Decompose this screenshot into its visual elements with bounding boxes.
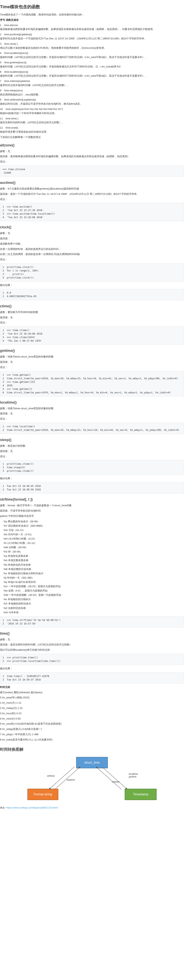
function-item: 6 time.localtime([secs]) 接收时间辍（1970纪元后经过… <box>0 70 184 78</box>
time-result: 1 time.time() - 1540285177.42978 2 Tue O… <box>0 672 184 684</box>
table-header: 序号 函数及描述 <box>0 18 184 22</box>
ctime-params: 参数：要转换为字符串时间的秒数 <box>0 310 184 314</box>
function-item: 1 time.altzone 返回格林威治西部的夏令时地区的偏移秒数。如果该地区… <box>0 23 184 32</box>
function-item: 5 time.gmtime([secs]) 接收时间辍（1970纪元后经过的浮点… <box>0 60 184 69</box>
attribute-item: 1 tm_mon(月) 1-12 <box>0 701 184 705</box>
altzone-return: 返回值：返回格林威治西部的夏令时地区的偏移秒数。如果该地区在格林威治东部会返回负… <box>0 154 184 159</box>
ctime-syntax-label: 语法： <box>0 321 184 325</box>
localtime-gmtime-label: localtime gmtime <box>129 773 138 778</box>
struct-time-box: struct_time <box>76 757 108 768</box>
time-attr-heading: 时间元组 <box>0 685 184 689</box>
function-item: 3 time.clock( ) 用以浮点数计算的秒数返回当前的CPU时间。用来衡… <box>0 42 184 50</box>
sleep-heading: sleep() <box>0 438 184 442</box>
clock-output-label: 输出结果： <box>0 283 184 287</box>
altzone-heading: altzone() <box>0 143 184 147</box>
format-symbol-item: %% %号本身 <box>3 610 184 615</box>
sleep-output-label: 输出结果： <box>0 476 184 480</box>
format-symbol-item: %m 月份（01-12） <box>3 528 184 532</box>
gmtime-syntax-label: 语法： <box>0 365 184 369</box>
asctime-params: 参数：9个元素的元组或者通过函数gmtime()或localtime()返回的时… <box>0 187 184 191</box>
locatime-code: 1 >>> time.localtime() 2 time.struct_tim… <box>0 423 184 434</box>
strftime-params: 参数：format --格式字符串 t --可选的参数是一个struct_tim… <box>0 504 184 508</box>
format-symbol-item: %j 年内的一天（001-366） <box>3 576 184 580</box>
format-symbol-item: %d 月内中的一天（0-31） <box>3 532 184 537</box>
format-symbol-item: %A 本地完整星期名称 <box>3 558 184 563</box>
sleep-return: 返回值：无 <box>0 449 184 453</box>
altzone-params: 参数：无 <box>0 150 184 153</box>
clock-params: 参数：无 <box>0 231 184 235</box>
format-symbol-item: %x 本地相应的日期表示 <box>3 597 184 601</box>
format-symbol-item: %c 本地相应的日期表示和时间表示 <box>3 571 184 576</box>
clock-heading: clock() <box>0 225 184 229</box>
format-symbol-list: %y 两位数的年份表示（00-99）%Y 四位数的年份表示（000-9999）%… <box>0 519 184 615</box>
format-symbol-item: %p 本地A.M.或P.M.的等价符 <box>3 580 184 584</box>
time-code: 1 >>> print(time.time()) 2 >>> print(tim… <box>0 654 184 665</box>
format-string-box: Format string <box>27 789 58 800</box>
asctime-heading: asctime() <box>0 181 184 185</box>
function-item: 9 time.strftime(fmt[,tupletime]) 接收以时间元组… <box>0 98 184 106</box>
format-symbol-item: %M 分钟数（00-59） <box>3 545 184 550</box>
svg-line-1 <box>55 767 80 789</box>
function-item: 4 time.localtime([secs]) 接收时间辍（1970纪元后经过… <box>0 51 184 59</box>
source-link[interactable]: <https://www.cnblogs.com/tkqasn/p/600113… <box>5 807 58 809</box>
format-symbol-item: %y 两位数的年份表示（00-99） <box>3 519 184 524</box>
function-item: 10 time.strptime(str,fmt='%a %b %d %H:%M… <box>0 107 184 115</box>
sleep-syntax-label: 语法： <box>0 455 184 459</box>
clock-output: 1 0.0 2 0.000723820027761e-05 <box>0 289 184 300</box>
attribute-item: 4 tm_min(分) 0-59 <box>0 717 184 721</box>
format-symbol-item: %S 秒（00-59） <box>3 550 184 554</box>
clock-return: 返回值： <box>0 237 184 241</box>
format-symbol-item: %B 本地完整的月份名称 <box>3 567 184 571</box>
svg-line-3 <box>96 767 121 789</box>
gmtime-params: 参数：转换为time.struct_time类型的对象的秒数 <box>0 355 184 359</box>
attribute-item: 2 tm_mday(日) 1-31 <box>0 706 184 710</box>
clock-syntax-label: 语法： <box>0 258 184 262</box>
function-item: 11 time.time( ) 返回当前时间的时间戳（1970纪元后经过的浮点秒… <box>0 117 184 125</box>
strftime-label: strftime <box>47 775 55 777</box>
attribute-item: 3 tm_hour(时) 0-23 <box>0 711 184 716</box>
locatime-syntax-label: 语法： <box>0 417 184 421</box>
locatime-params: 参数：转换为time.struct_time类型的对象的秒数 <box>0 407 184 410</box>
intro-text: Time模块包含了一下内置的函数，既有时间处理的，也有转换时间格式的： <box>0 13 184 17</box>
format-symbol-item: %Y 四位数的年份表示（000-9999） <box>3 524 184 528</box>
attribute-item: 7 tm_yday(一年中的第几天) 1-366 <box>0 732 184 737</box>
sub-intro: 下面我们分别解释每一个函数的用法 <box>0 135 184 139</box>
function-item: 12 time.tzset() 根据环境变量TZ重新初始化时间相关设置。 <box>0 126 184 134</box>
source-line: 来自 <https://www.cnblogs.com/tkqasn/p/600… <box>0 806 184 810</box>
gmtime-heading: gmtime() <box>0 349 184 353</box>
page-title: Time模块包含的函数 <box>0 4 184 10</box>
sleep-code: 1 print(time.ctime()) 2 time.sleep(5) 3 … <box>0 460 184 475</box>
strftime-return: 返回值：可读字符串标识的当地时间 <box>0 509 184 513</box>
time-result-label: 输出结果： <box>0 667 184 671</box>
attribute-item: 8 tm_isdst(是否为夏令时) 0,1,-1(-1代表夏令时) <box>0 738 184 742</box>
function-item: 8 time.sleep(secs) 推迟调用线程的运行，secs指秒数。 <box>0 89 184 97</box>
altzone-code: >>> time.altzone -32400 <box>0 165 184 177</box>
clock-note1: 该函数有两个功能， <box>0 242 184 246</box>
clock-code: 1 print(time.clock()) 2 for i in range(1… <box>0 263 184 282</box>
locatime-return: 返回值：无 <box>0 412 184 416</box>
format-symbol-item: %a 本地简化星期名称 <box>3 554 184 558</box>
attribute-item: 5 tm_sec(秒) 0-61(60代表闰秒,61是基于历史原因保留) <box>0 722 184 726</box>
asctime-return: 返回值：返回一个可读的形式为"Tue Dec 11 18:07:14 2008"… <box>0 192 184 196</box>
format-symbol-item: %X 本地相应的时间表示 <box>3 601 184 606</box>
format-symbol-item: %H 24小时制小时数（0-23） <box>3 537 184 541</box>
attribute-item: 0 tm_year(年) (例如:2015) <box>0 695 184 700</box>
strftime-code: 1 >>> time.strftime('%Y %m %d %H:%M:%S')… <box>0 616 184 628</box>
function-list: 1 time.altzone 返回格林威治西部的夏令时地区的偏移秒数。如果该地区… <box>0 23 184 134</box>
timestamp-box: Timestamp <box>125 789 157 800</box>
format-symbol-item: %U 一年中的星期数（00-53）星期天为星期的开始 <box>3 584 184 589</box>
time-params: 参数：无 <box>0 638 184 642</box>
svg-line-0 <box>49 767 75 789</box>
ctime-heading: ctime() <box>0 304 184 308</box>
clock-note3: 以第二次之后的调用，返回的是自第一次调用后,到这次调用的时间间隔 <box>0 252 184 256</box>
locatime-heading: locatime() <box>0 401 184 404</box>
gmtime-code: 1 >>> time.gmtime() 2 time.struct_time(t… <box>0 371 184 396</box>
attribute-item: 6 tm_wday(星期几) 0-6(0表示星期一) <box>0 727 184 731</box>
asctime-syntax-label: 语法： <box>0 197 184 202</box>
attribute-list: 0 tm_year(年) (例如:2015)1 tm_mon(月) 1-122 … <box>0 695 184 742</box>
function-item: 2 time.asctime([tupletime]) 接受时间元组并返回一个可… <box>0 33 184 41</box>
strptime-label: strptime <box>67 778 75 781</box>
strftime-format-label: python 中时间日期格式化符号 <box>0 514 184 518</box>
mktime-label: mktime <box>112 781 119 783</box>
sleep-params: 参数：推迟执行的秒数 <box>0 444 184 448</box>
